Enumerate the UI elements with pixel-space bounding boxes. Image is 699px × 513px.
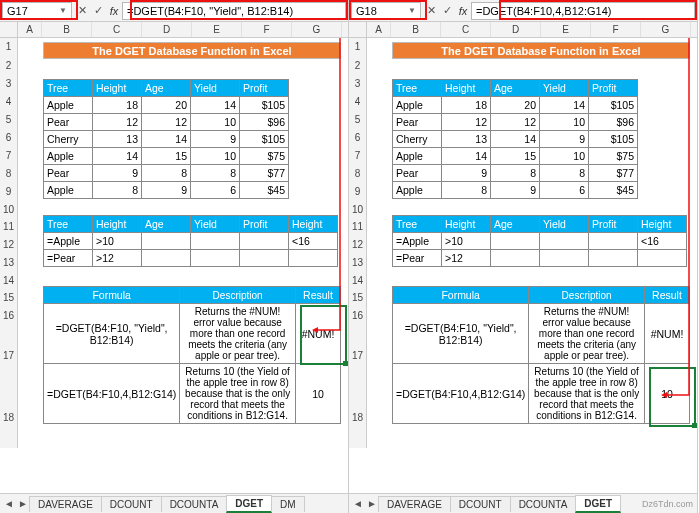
name-box[interactable]: G17 ▼	[2, 2, 72, 20]
sheet-tab[interactable]: DCOUNT	[101, 496, 162, 512]
colhead-b[interactable]: B	[42, 22, 92, 37]
rowhead[interactable]: 15	[349, 289, 367, 306]
result-cell-g18[interactable]: 10	[295, 364, 340, 424]
colhead-e[interactable]: E	[541, 22, 591, 37]
sheet-tab[interactable]: DCOUNTA	[161, 496, 228, 512]
rowhead[interactable]: 9	[0, 182, 18, 200]
criteria-table: TreeHeightAgeYieldProfitHeight =Apple>10…	[43, 215, 338, 267]
enter-icon[interactable]: ✓	[439, 2, 455, 20]
colhead-g[interactable]: G	[641, 22, 691, 37]
colhead-a[interactable]: A	[18, 22, 42, 37]
result-cell-g17[interactable]: #NUM!	[644, 304, 689, 364]
cancel-icon[interactable]: ✕	[423, 2, 439, 20]
tab-nav-prev-icon[interactable]: ◄	[2, 498, 16, 509]
enter-icon[interactable]: ✓	[90, 2, 106, 20]
rowhead[interactable]: 5	[349, 110, 367, 128]
rowhead[interactable]: 7	[349, 146, 367, 164]
sheet-tab[interactable]: DAVERAGE	[29, 496, 102, 512]
rowhead[interactable]: 14	[349, 271, 367, 289]
database-table: TreeHeightAgeYieldProfit Apple182014$105…	[392, 79, 638, 199]
rowhead[interactable]: 12	[349, 235, 367, 253]
namebox-dropdown-icon[interactable]: ▼	[408, 3, 416, 19]
rowhead[interactable]: 10	[349, 200, 367, 218]
colhead-b[interactable]: B	[391, 22, 441, 37]
tab-nav-next-icon[interactable]: ►	[365, 498, 379, 509]
colhead-f[interactable]: F	[242, 22, 292, 37]
formula-bar: G18 ▼ ✕ ✓ fx =DGET(B4:F10,4,B12:G14)	[349, 0, 697, 22]
colhead-f[interactable]: F	[591, 22, 641, 37]
namebox-dropdown-icon[interactable]: ▼	[59, 3, 67, 19]
column-headers: A B C D E F G	[0, 22, 348, 38]
sheet-tab[interactable]: DM	[271, 496, 305, 512]
result-cell-g18[interactable]: 10	[644, 364, 689, 424]
rowhead[interactable]: 5	[0, 110, 18, 128]
sheet-tab[interactable]: DCOUNTA	[510, 496, 577, 512]
table-row: =Pear>12	[393, 250, 687, 267]
rowhead[interactable]: 1	[0, 38, 18, 55]
formula-input[interactable]: =DGET(B4:F10,4,B12:G14)	[471, 2, 695, 20]
select-all-triangle[interactable]	[349, 22, 367, 37]
fx-icon[interactable]: fx	[106, 2, 122, 20]
results-table: Formula Description Result =DGET(B4:F10,…	[43, 286, 341, 424]
rowhead[interactable]: 14	[0, 271, 18, 289]
sheet-tab-active[interactable]: DGET	[575, 495, 621, 513]
rowhead[interactable]: 4	[349, 92, 367, 110]
rowhead[interactable]: 7	[0, 146, 18, 164]
fx-icon[interactable]: fx	[455, 2, 471, 20]
rowhead[interactable]: 16	[349, 306, 367, 324]
rowhead[interactable]: 11	[349, 218, 367, 235]
rowhead[interactable]: 3	[349, 75, 367, 92]
colhead-g[interactable]: G	[292, 22, 342, 37]
rowhead[interactable]: 8	[0, 164, 18, 182]
table-row: Cherry13149$105	[44, 131, 289, 148]
rowhead[interactable]: 8	[349, 164, 367, 182]
result-cell-g17[interactable]: #NUM!	[295, 304, 340, 364]
cancel-icon[interactable]: ✕	[74, 2, 90, 20]
rowhead[interactable]: 17	[0, 324, 18, 386]
sheet-tab-active[interactable]: DGET	[226, 495, 272, 513]
sheet-tab[interactable]: DAVERAGE	[378, 496, 451, 512]
table-row: =DGET(B4:F10,4,B12:G14) Returns 10 (the …	[44, 364, 341, 424]
colhead-e[interactable]: E	[192, 22, 242, 37]
rowhead[interactable]: 1	[349, 38, 367, 55]
rowhead[interactable]: 6	[349, 128, 367, 146]
sheet-tab[interactable]: DCOUNT	[450, 496, 511, 512]
rowhead[interactable]: 13	[0, 253, 18, 271]
rowhead[interactable]: 18	[349, 386, 367, 448]
tab-nav-prev-icon[interactable]: ◄	[351, 498, 365, 509]
database-table: TreeHeightAgeYieldProfit Apple182014$105…	[43, 79, 289, 199]
colhead-d[interactable]: D	[142, 22, 192, 37]
name-box[interactable]: G18 ▼	[351, 2, 421, 20]
table-row: Apple896$45	[393, 182, 638, 199]
table-row: Pear121210$96	[393, 114, 638, 131]
fill-handle[interactable]	[692, 423, 697, 428]
table-row: Apple182014$105	[44, 97, 289, 114]
rowhead[interactable]: 3	[0, 75, 18, 92]
rowhead[interactable]: 11	[0, 218, 18, 235]
rowhead[interactable]: 17	[349, 324, 367, 386]
fill-handle[interactable]	[343, 361, 348, 366]
rowhead[interactable]: 4	[0, 92, 18, 110]
rowhead[interactable]: 15	[0, 289, 18, 306]
grid-body[interactable]: 1 2 3 4 5 6 7 8 9 10 11 12 13 14 15 16 1…	[0, 38, 348, 493]
rowhead[interactable]: 16	[0, 306, 18, 324]
formula-input[interactable]: =DGET(B4:F10, "Yield", B12:B14)	[122, 2, 346, 20]
grid-body[interactable]: 1 2 3 4 5 6 7 8 9 10 11 12 13 14 15 16 1…	[349, 38, 697, 493]
watermark: Dz6Tdn.com	[642, 499, 697, 509]
right-pane: G18 ▼ ✕ ✓ fx =DGET(B4:F10,4,B12:G14) A B…	[349, 0, 698, 513]
colhead-a[interactable]: A	[367, 22, 391, 37]
rowhead[interactable]: 18	[0, 386, 18, 448]
rowhead[interactable]: 2	[0, 55, 18, 75]
rowhead[interactable]: 9	[349, 182, 367, 200]
tab-nav-next-icon[interactable]: ►	[16, 498, 30, 509]
colhead-c[interactable]: C	[441, 22, 491, 37]
colhead-d[interactable]: D	[491, 22, 541, 37]
rowhead[interactable]: 10	[0, 200, 18, 218]
rowhead[interactable]: 2	[349, 55, 367, 75]
colhead-c[interactable]: C	[92, 22, 142, 37]
select-all-triangle[interactable]	[0, 22, 18, 37]
table-row: =Apple>10<16	[393, 233, 687, 250]
rowhead[interactable]: 12	[0, 235, 18, 253]
rowhead[interactable]: 6	[0, 128, 18, 146]
rowhead[interactable]: 13	[349, 253, 367, 271]
